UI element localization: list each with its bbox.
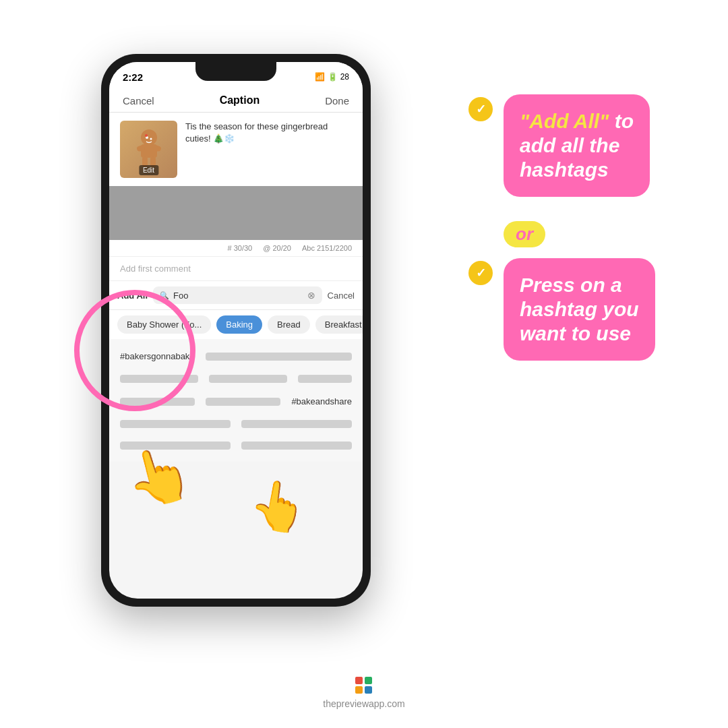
counters-bar: # 30/30 @ 20/20 Abc 2151/2200 (109, 240, 363, 257)
checkmark-icon-2: ✓ (476, 266, 486, 280)
bubble-text-1: "Add All" toadd all thehashtags (520, 109, 634, 182)
hashtag-counter: # 30/30 (228, 244, 253, 252)
gray-area (109, 186, 363, 240)
photo-edit-label[interactable]: Edit (139, 165, 158, 175)
first-comment-input[interactable]: Add first comment (109, 257, 363, 281)
footer-url: thepreviewapp.com (323, 698, 404, 709)
status-time: 2:22 (123, 71, 143, 83)
hashtag-blur-6 (206, 398, 280, 406)
hashtag-bakersgonnabake[interactable]: #bakersgonnabake (120, 351, 195, 361)
char-counter: Abc 2151/2200 (302, 244, 352, 252)
page-container: 2:22 📶 🔋 28 Cancel Caption Done (0, 0, 728, 728)
category-pill-bread[interactable]: Bread (268, 315, 310, 334)
first-comment-placeholder: Add first comment (120, 264, 191, 274)
done-button[interactable]: Done (325, 95, 349, 107)
cancel-button[interactable]: Cancel (123, 95, 154, 107)
checkmark-circle-1: ✓ (468, 97, 493, 121)
mention-counter: @ 20/20 (263, 244, 291, 252)
bubble-text-2: Press on ahashtag youwant to use (520, 273, 639, 346)
hashtag-blur-2 (120, 375, 198, 383)
second-instruction-row: ✓ Press on ahashtag youwant to use (468, 258, 698, 361)
phone-mockup: 2:22 📶 🔋 28 Cancel Caption Done (101, 54, 371, 607)
search-clear-button[interactable]: ⊗ (307, 290, 315, 301)
hashtag-blur-8 (241, 420, 352, 428)
hashtag-blur-9 (120, 442, 231, 450)
svg-rect-12 (365, 686, 372, 694)
hashtag-section: Add All 🔍 Foo ⊗ Cancel Baby Shower (Fo..… (109, 281, 363, 462)
add-all-button[interactable]: Add All (117, 291, 148, 301)
hashtag-row (109, 413, 363, 435)
or-label: or (504, 221, 545, 247)
hashtag-blur-1 (206, 353, 352, 361)
category-pill-baby-shower[interactable]: Baby Shower (Fo... (117, 315, 211, 334)
svg-rect-9 (355, 677, 363, 684)
battery-icon: 🔋 (328, 72, 338, 82)
hashtag-row: #bakersgonnabake (109, 344, 363, 368)
svg-point-7 (150, 138, 152, 140)
status-icons: 📶 🔋 28 (315, 72, 349, 82)
notch (195, 62, 276, 81)
hashtag-blur-4 (298, 375, 352, 383)
hashtag-row (109, 368, 363, 390)
search-icon: 🔍 (160, 291, 169, 300)
svg-point-8 (145, 134, 148, 137)
svg-point-0 (141, 129, 157, 146)
photo-caption-area: Edit Tis the season for these gingerbrea… (109, 113, 363, 186)
caption-header: Cancel Caption Done (109, 89, 363, 113)
first-instruction-row: ✓ "Add All" toadd all thehashtags (468, 94, 698, 208)
checkmark-icon-1: ✓ (476, 102, 486, 117)
footer-logo (355, 677, 373, 694)
app-logo-icon (355, 677, 373, 694)
battery-level: 28 (340, 72, 349, 82)
svg-rect-11 (355, 686, 363, 694)
phone-screen: 2:22 📶 🔋 28 Cancel Caption Done (109, 62, 363, 599)
checkmark-circle-2: ✓ (468, 261, 493, 285)
bubble-normal-2: Press on ahashtag youwant to use (520, 274, 639, 344)
category-pills: Baby Shower (Fo... Baking Bread Breakfas… (109, 310, 363, 339)
search-cancel-button[interactable]: Cancel (328, 291, 355, 301)
category-pill-breakfast[interactable]: Breakfast (315, 315, 363, 334)
hashtag-row: #bakeandshare (109, 390, 363, 413)
search-input-value: Foo (173, 291, 188, 301)
hashtag-blur-5 (120, 398, 195, 406)
caption-text: Tis the season for these gingerbread cut… (185, 121, 352, 145)
svg-rect-10 (365, 677, 372, 684)
search-field[interactable]: 🔍 Foo ⊗ (153, 286, 322, 304)
hashtag-row (109, 435, 363, 456)
search-row: Add All 🔍 Foo ⊗ Cancel (109, 281, 363, 310)
speech-bubble-2: Press on ahashtag youwant to use (504, 258, 655, 361)
photo-thumbnail[interactable]: Edit (120, 121, 177, 178)
or-row: or (468, 221, 698, 247)
hashtag-bakeandshare[interactable]: #bakeandshare (291, 396, 352, 406)
right-panel: ✓ "Add All" toadd all thehashtags or ✓ P… (468, 94, 698, 374)
hashtag-blur-3 (209, 375, 287, 383)
wifi-icon: 📶 (315, 72, 325, 82)
hashtag-blur-7 (120, 420, 231, 428)
category-pill-baking[interactable]: Baking (216, 315, 262, 334)
hashtag-blur-10 (241, 442, 352, 450)
caption-title: Caption (220, 94, 260, 107)
bubble-highlight-1: "Add All" (520, 110, 609, 132)
hashtag-list: #bakersgonnabake #bakeandshare (109, 339, 363, 462)
speech-bubble-1: "Add All" toadd all thehashtags (504, 94, 650, 197)
footer: thepreviewapp.com (0, 677, 728, 709)
